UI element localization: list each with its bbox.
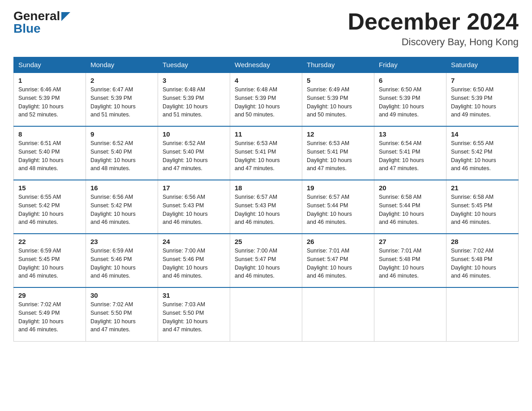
logo-arrow-icon	[61, 12, 70, 21]
calendar-cell: 2Sunrise: 6:47 AMSunset: 5:39 PMDaylight…	[86, 73, 158, 126]
calendar-cell: 31Sunrise: 7:03 AMSunset: 5:50 PMDayligh…	[158, 287, 230, 341]
calendar-cell: 23Sunrise: 6:59 AMSunset: 5:46 PMDayligh…	[86, 234, 158, 287]
day-number: 23	[90, 238, 153, 245]
calendar-week-row: 15Sunrise: 6:55 AMSunset: 5:42 PMDayligh…	[14, 180, 519, 234]
calendar-week-row: 29Sunrise: 7:02 AMSunset: 5:49 PMDayligh…	[14, 287, 519, 341]
day-number: 13	[379, 130, 442, 138]
calendar-cell: 9Sunrise: 6:52 AMSunset: 5:40 PMDaylight…	[86, 126, 158, 180]
day-info: Sunrise: 6:52 AMSunset: 5:40 PMDaylight:…	[90, 140, 136, 171]
day-info: Sunrise: 6:50 AMSunset: 5:39 PMDaylight:…	[379, 86, 424, 118]
col-header-thursday: Thursday	[302, 57, 374, 73]
calendar-cell	[302, 287, 374, 341]
day-info: Sunrise: 6:52 AMSunset: 5:40 PMDaylight:…	[163, 140, 208, 171]
svg-marker-0	[61, 12, 70, 21]
day-info: Sunrise: 6:46 AMSunset: 5:39 PMDaylight:…	[18, 86, 64, 118]
day-number: 9	[90, 130, 153, 138]
day-info: Sunrise: 6:54 AMSunset: 5:41 PMDaylight:…	[379, 140, 424, 171]
location-subtitle: Discovery Bay, Hong Kong	[348, 36, 519, 48]
day-number: 25	[235, 238, 297, 245]
calendar-cell: 3Sunrise: 6:48 AMSunset: 5:39 PMDaylight…	[158, 73, 230, 126]
calendar-cell: 1Sunrise: 6:46 AMSunset: 5:39 PMDaylight…	[14, 73, 86, 126]
day-number: 11	[235, 130, 297, 138]
col-header-monday: Monday	[86, 57, 158, 73]
calendar-cell: 29Sunrise: 7:02 AMSunset: 5:49 PMDayligh…	[14, 287, 86, 341]
day-info: Sunrise: 6:56 AMSunset: 5:42 PMDaylight:…	[90, 194, 136, 225]
day-info: Sunrise: 6:49 AMSunset: 5:39 PMDaylight:…	[307, 86, 352, 118]
day-number: 5	[307, 77, 369, 84]
day-info: Sunrise: 7:03 AMSunset: 5:50 PMDaylight:…	[163, 301, 208, 333]
day-number: 20	[379, 184, 442, 192]
calendar-week-row: 1Sunrise: 6:46 AMSunset: 5:39 PMDaylight…	[14, 73, 519, 126]
calendar-cell: 30Sunrise: 7:02 AMSunset: 5:50 PMDayligh…	[86, 287, 158, 341]
col-header-sunday: Sunday	[14, 57, 86, 73]
day-info: Sunrise: 6:59 AMSunset: 5:45 PMDaylight:…	[18, 248, 64, 279]
day-info: Sunrise: 6:55 AMSunset: 5:42 PMDaylight:…	[18, 194, 64, 225]
calendar-cell: 22Sunrise: 6:59 AMSunset: 5:45 PMDayligh…	[14, 234, 86, 287]
day-info: Sunrise: 7:00 AMSunset: 5:47 PMDaylight:…	[235, 248, 280, 279]
calendar-cell: 28Sunrise: 7:02 AMSunset: 5:48 PMDayligh…	[446, 234, 519, 287]
day-info: Sunrise: 6:59 AMSunset: 5:46 PMDaylight:…	[90, 248, 136, 279]
calendar-cell: 12Sunrise: 6:53 AMSunset: 5:41 PMDayligh…	[302, 126, 374, 180]
page-header: General Blue December 2024 Discovery Bay…	[13, 9, 519, 48]
calendar-cell: 19Sunrise: 6:57 AMSunset: 5:44 PMDayligh…	[302, 180, 374, 234]
day-number: 22	[18, 238, 81, 245]
day-info: Sunrise: 6:53 AMSunset: 5:41 PMDaylight:…	[307, 140, 352, 171]
calendar-week-row: 22Sunrise: 6:59 AMSunset: 5:45 PMDayligh…	[14, 234, 519, 287]
calendar-cell: 14Sunrise: 6:55 AMSunset: 5:42 PMDayligh…	[446, 126, 519, 180]
day-info: Sunrise: 6:47 AMSunset: 5:39 PMDaylight:…	[90, 86, 136, 118]
calendar-header-row: SundayMondayTuesdayWednesdayThursdayFrid…	[14, 57, 519, 73]
calendar-cell: 18Sunrise: 6:57 AMSunset: 5:43 PMDayligh…	[230, 180, 302, 234]
day-info: Sunrise: 6:48 AMSunset: 5:39 PMDaylight:…	[235, 86, 280, 118]
day-number: 28	[451, 238, 514, 245]
title-section: December 2024 Discovery Bay, Hong Kong	[348, 9, 519, 48]
day-info: Sunrise: 6:58 AMSunset: 5:45 PMDaylight:…	[451, 194, 496, 225]
calendar-cell: 27Sunrise: 7:01 AMSunset: 5:48 PMDayligh…	[374, 234, 446, 287]
calendar-cell: 8Sunrise: 6:51 AMSunset: 5:40 PMDaylight…	[14, 126, 86, 180]
logo-blue-text: Blue	[13, 21, 41, 36]
day-info: Sunrise: 6:55 AMSunset: 5:42 PMDaylight:…	[451, 140, 496, 171]
col-header-friday: Friday	[374, 57, 446, 73]
day-number: 17	[163, 184, 225, 192]
day-number: 29	[18, 291, 81, 299]
day-number: 14	[451, 130, 514, 138]
day-number: 1	[18, 77, 81, 84]
day-number: 26	[307, 238, 369, 245]
day-number: 31	[163, 291, 225, 299]
day-number: 24	[163, 238, 225, 245]
calendar-cell: 5Sunrise: 6:49 AMSunset: 5:39 PMDaylight…	[302, 73, 374, 126]
day-info: Sunrise: 6:57 AMSunset: 5:44 PMDaylight:…	[307, 194, 352, 225]
day-number: 18	[235, 184, 297, 192]
col-header-saturday: Saturday	[446, 57, 519, 73]
day-info: Sunrise: 7:01 AMSunset: 5:47 PMDaylight:…	[307, 248, 352, 279]
calendar-cell	[374, 287, 446, 341]
day-number: 8	[18, 130, 81, 138]
day-info: Sunrise: 7:02 AMSunset: 5:48 PMDaylight:…	[451, 248, 496, 279]
month-title: December 2024	[348, 9, 519, 34]
calendar-cell	[446, 287, 519, 341]
calendar-cell: 25Sunrise: 7:00 AMSunset: 5:47 PMDayligh…	[230, 234, 302, 287]
day-number: 16	[90, 184, 153, 192]
day-info: Sunrise: 6:58 AMSunset: 5:44 PMDaylight:…	[379, 194, 424, 225]
calendar-cell: 6Sunrise: 6:50 AMSunset: 5:39 PMDaylight…	[374, 73, 446, 126]
calendar-cell: 15Sunrise: 6:55 AMSunset: 5:42 PMDayligh…	[14, 180, 86, 234]
day-info: Sunrise: 6:51 AMSunset: 5:40 PMDaylight:…	[18, 140, 64, 171]
day-number: 6	[379, 77, 442, 84]
day-info: Sunrise: 7:01 AMSunset: 5:48 PMDaylight:…	[379, 248, 424, 279]
day-number: 10	[163, 130, 225, 138]
col-header-wednesday: Wednesday	[230, 57, 302, 73]
day-info: Sunrise: 6:48 AMSunset: 5:39 PMDaylight:…	[163, 86, 208, 118]
day-number: 15	[18, 184, 81, 192]
calendar-table: SundayMondayTuesdayWednesdayThursdayFrid…	[13, 57, 519, 342]
calendar-cell: 16Sunrise: 6:56 AMSunset: 5:42 PMDayligh…	[86, 180, 158, 234]
calendar-cell: 21Sunrise: 6:58 AMSunset: 5:45 PMDayligh…	[446, 180, 519, 234]
day-info: Sunrise: 7:02 AMSunset: 5:49 PMDaylight:…	[18, 301, 64, 333]
calendar-cell: 13Sunrise: 6:54 AMSunset: 5:41 PMDayligh…	[374, 126, 446, 180]
day-number: 4	[235, 77, 297, 84]
calendar-cell: 26Sunrise: 7:01 AMSunset: 5:47 PMDayligh…	[302, 234, 374, 287]
logo: General Blue	[13, 9, 70, 36]
calendar-cell: 4Sunrise: 6:48 AMSunset: 5:39 PMDaylight…	[230, 73, 302, 126]
calendar-cell: 11Sunrise: 6:53 AMSunset: 5:41 PMDayligh…	[230, 126, 302, 180]
day-info: Sunrise: 6:56 AMSunset: 5:43 PMDaylight:…	[163, 194, 208, 225]
day-info: Sunrise: 6:50 AMSunset: 5:39 PMDaylight:…	[451, 86, 496, 118]
day-number: 21	[451, 184, 514, 192]
